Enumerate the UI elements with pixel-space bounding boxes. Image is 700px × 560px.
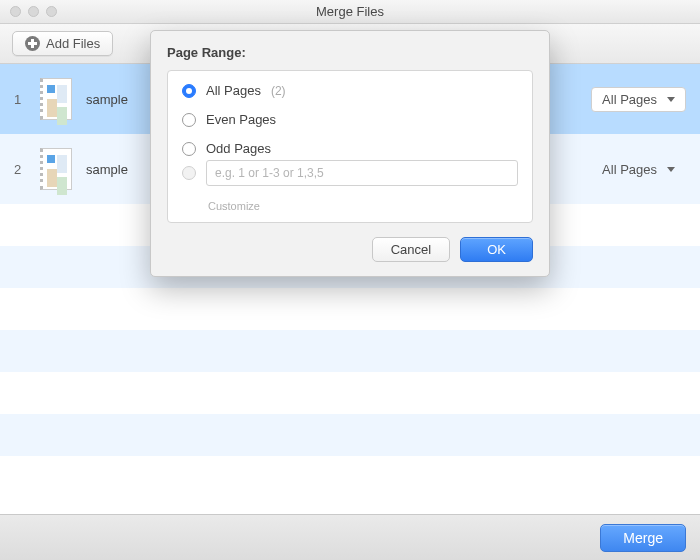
radio-icon xyxy=(182,142,196,156)
option-label: Odd Pages xyxy=(206,141,271,156)
option-all-pages[interactable]: All Pages (2) xyxy=(182,83,518,98)
option-odd-pages[interactable]: Odd Pages xyxy=(182,141,518,156)
ok-button[interactable]: OK xyxy=(460,237,533,262)
page-count: (2) xyxy=(271,84,286,98)
custom-range-input[interactable] xyxy=(206,160,518,186)
radio-icon xyxy=(182,84,196,98)
page-range-modal: Page Range: All Pages (2) Even Pages Odd… xyxy=(150,30,550,277)
option-custom-range[interactable] xyxy=(182,160,518,186)
page-range-options: All Pages (2) Even Pages Odd Pages Custo… xyxy=(167,70,533,223)
option-label: All Pages xyxy=(206,83,261,98)
modal-actions: Cancel OK xyxy=(167,237,533,262)
modal-heading: Page Range: xyxy=(167,45,533,60)
option-even-pages[interactable]: Even Pages xyxy=(182,112,518,127)
customize-label: Customize xyxy=(208,200,518,212)
modal-overlay: Page Range: All Pages (2) Even Pages Odd… xyxy=(0,0,700,560)
cancel-button[interactable]: Cancel xyxy=(372,237,450,262)
option-label: Even Pages xyxy=(206,112,276,127)
radio-icon xyxy=(182,113,196,127)
radio-icon xyxy=(182,166,196,180)
